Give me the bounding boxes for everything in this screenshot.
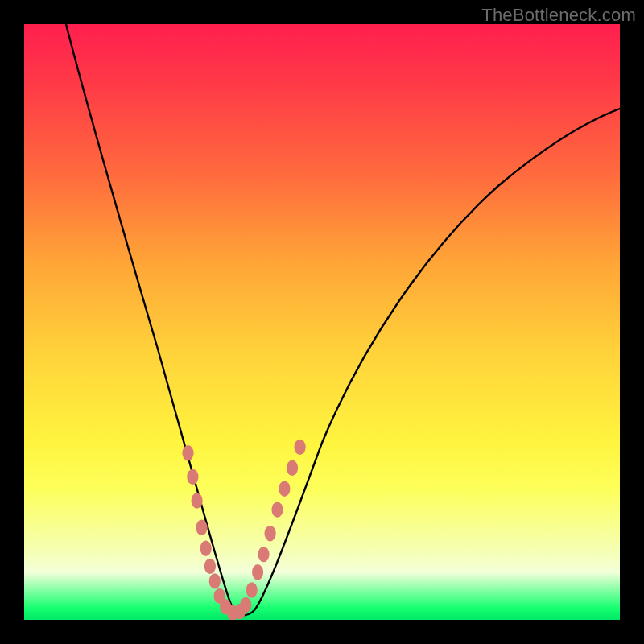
curve-layer bbox=[24, 24, 620, 620]
curve-marker bbox=[287, 460, 298, 476]
chart-frame: TheBottleneck.com bbox=[0, 0, 644, 644]
curve-marker bbox=[258, 547, 269, 562]
plot-area bbox=[24, 24, 620, 620]
curve-marker bbox=[196, 520, 207, 535]
curve-marker bbox=[182, 445, 193, 460]
curve-marker bbox=[204, 559, 216, 574]
curve-marker bbox=[252, 564, 263, 580]
curve-marker bbox=[279, 481, 290, 497]
curve-marker bbox=[209, 573, 221, 588]
watermark-text: TheBottleneck.com bbox=[481, 5, 636, 26]
curve-marker bbox=[187, 469, 198, 485]
curve-marker bbox=[265, 526, 276, 541]
marker-group bbox=[182, 440, 305, 620]
curve-marker bbox=[246, 582, 258, 597]
curve-marker bbox=[192, 493, 203, 508]
curve-marker bbox=[295, 440, 306, 455]
curve-marker bbox=[240, 597, 251, 613]
curve-marker bbox=[271, 502, 283, 517]
bottleneck-curve bbox=[66, 24, 620, 615]
curve-marker bbox=[200, 541, 212, 556]
